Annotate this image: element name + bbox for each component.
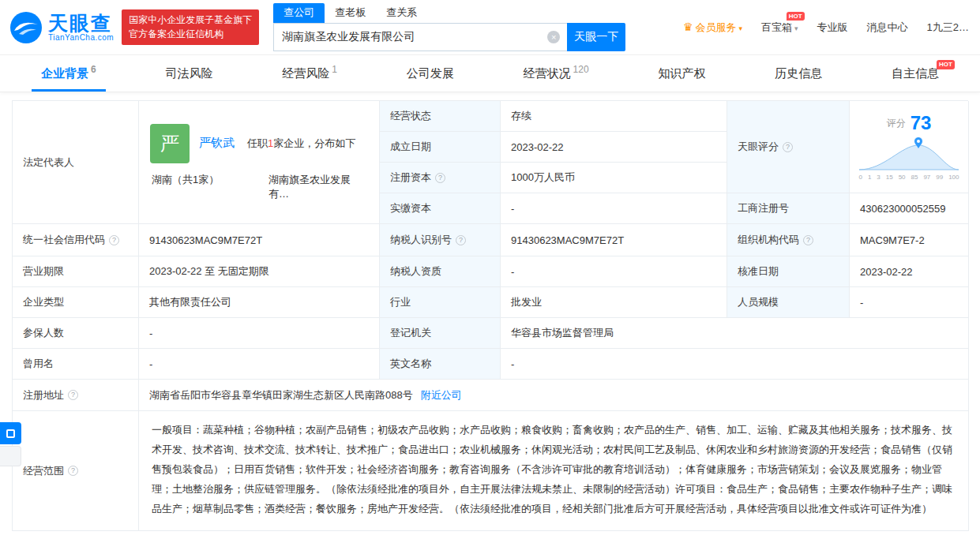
user-account[interactable]: 1九三2… bbox=[927, 21, 969, 35]
insured-count-value: - bbox=[139, 318, 380, 349]
tab-label: 历史信息 bbox=[775, 66, 822, 81]
info-icon[interactable]: ? bbox=[456, 235, 466, 245]
chevron-down-icon: ▾ bbox=[794, 24, 798, 32]
tab-operation-risk[interactable]: 经营风险1 bbox=[269, 55, 350, 92]
staff-size-label: 人员规模 bbox=[727, 287, 850, 318]
established-date-value: 2023-02-22 bbox=[501, 132, 727, 163]
tab-count: 120 bbox=[573, 64, 589, 75]
credit-code-value: 91430623MAC9M7E72T bbox=[139, 224, 380, 256]
message-center-link[interactable]: 消息中心 bbox=[867, 21, 908, 35]
search-tab-company[interactable]: 查公司 bbox=[273, 3, 325, 23]
credit-code-label: 统一社会信用代码? bbox=[13, 224, 139, 256]
info-icon[interactable]: ? bbox=[783, 142, 793, 152]
search-tabs: 查公司 查老板 查关系 bbox=[273, 3, 625, 23]
info-icon[interactable]: ? bbox=[435, 173, 445, 183]
tab-company-development[interactable]: 公司发展 bbox=[394, 55, 467, 92]
logo-text: 天眼查 bbox=[48, 13, 114, 33]
legal-rep-company-link[interactable]: 湖南旗圣农业发展有… bbox=[268, 173, 368, 201]
top-links: ♛会员服务▾ 百宝箱HOT▾ 专业版 消息中心 1九三2… bbox=[683, 21, 969, 35]
hot-badge: HOT bbox=[787, 12, 805, 21]
nearby-company-link[interactable]: 附近公司 bbox=[421, 388, 462, 402]
gov-certification-badge: 国家中小企业发展子基金旗下 官方备案企业征信机构 bbox=[122, 9, 259, 45]
search-tab-boss[interactable]: 查老板 bbox=[325, 3, 376, 23]
industry-label: 行业 bbox=[380, 287, 501, 318]
registered-address-value: 湖南省岳阳市华容县章华镇田家湖生态新区人民南路088号 附近公司 bbox=[139, 380, 969, 411]
search-input[interactable] bbox=[273, 23, 567, 51]
approval-date-label: 核准日期 bbox=[727, 256, 850, 287]
member-services-link[interactable]: ♛会员服务▾ bbox=[683, 21, 742, 35]
registration-number-label: 工商注册号 bbox=[727, 193, 850, 224]
business-term-label: 营业期限 bbox=[13, 256, 139, 287]
taxpayer-id-label: 纳税人识别号? bbox=[380, 224, 501, 256]
tab-history-info[interactable]: 历史信息 bbox=[762, 55, 835, 92]
company-type-value: 其他有限责任公司 bbox=[139, 287, 380, 318]
gov-badge-line1: 国家中小企业发展子基金旗下 bbox=[129, 13, 252, 27]
paid-capital-label: 实缴资本 bbox=[380, 193, 501, 224]
tab-operation-status[interactable]: 经营状况120 bbox=[511, 55, 602, 92]
tab-company-background[interactable]: 企业背景6 bbox=[28, 55, 109, 92]
member-services-label: 会员服务 bbox=[695, 21, 736, 33]
info-icon[interactable]: ? bbox=[803, 235, 813, 245]
logo[interactable]: 天眼查 TianYanCha.com bbox=[9, 11, 114, 44]
score-axis: 0131550859799100 bbox=[859, 174, 959, 181]
former-name-value: - bbox=[139, 349, 380, 380]
treasure-box-label: 百宝箱 bbox=[761, 21, 792, 33]
info-icon[interactable]: ? bbox=[109, 235, 119, 245]
tab-judicial-risk[interactable]: 司法风险 bbox=[152, 55, 225, 92]
taxpayer-id-value: 91430623MAC9M7E72T bbox=[501, 224, 727, 256]
company-type-label: 企业类型 bbox=[13, 287, 139, 318]
registration-number-value: 430623000052559 bbox=[850, 193, 969, 224]
tab-label: 司法风险 bbox=[165, 66, 212, 81]
english-name-value: - bbox=[501, 349, 969, 380]
search-tab-relation[interactable]: 查关系 bbox=[376, 3, 427, 23]
avatar[interactable]: 严 bbox=[150, 124, 190, 163]
business-term-value: 2023-02-22 至 无固定期限 bbox=[139, 256, 380, 287]
tab-label: 经营风险 bbox=[282, 66, 329, 81]
hot-badge: HOT bbox=[937, 60, 955, 69]
info-icon[interactable]: ? bbox=[68, 466, 78, 476]
legal-rep-label: 法定代表人 bbox=[13, 101, 139, 224]
score-bell-curve bbox=[858, 135, 960, 171]
registered-address-label: 注册地址? bbox=[13, 380, 139, 411]
registered-capital-value: 1000万人民币 bbox=[501, 163, 727, 193]
tab-label: 企业背景 bbox=[41, 66, 88, 81]
pro-version-link[interactable]: 专业版 bbox=[817, 21, 848, 35]
legal-rep-value: 严 严钦武 任职1家企业，分布如下 湖南（共1家） 湖南旗圣农业发展有… bbox=[139, 101, 380, 224]
business-scope-value: 一般项目：蔬菜种植；谷物种植；农副产品销售；初级农产品收购；水产品收购；粮食收购… bbox=[139, 411, 969, 531]
legal-rep-region: 湖南（共1家） bbox=[152, 173, 268, 201]
company-nav-tabs: 企业背景6 司法风险 经营风险1 公司发展 经营状况120 知识产权 历史信息 … bbox=[0, 55, 980, 92]
taxpayer-quality-value: - bbox=[501, 256, 727, 287]
business-scope-label: 经营范围? bbox=[13, 411, 139, 531]
tab-intellectual-property[interactable]: 知识产权 bbox=[645, 55, 718, 92]
feedback-widget-button[interactable] bbox=[0, 422, 21, 444]
tab-label: 经营状况 bbox=[524, 66, 571, 81]
former-name-label: 曾用名 bbox=[13, 349, 139, 380]
logo-text-block: 天眼查 TianYanCha.com bbox=[48, 13, 114, 42]
tab-label: 公司发展 bbox=[407, 66, 454, 81]
legal-rep-name-link[interactable]: 严钦武 bbox=[199, 136, 235, 151]
english-name-label: 英文名称 bbox=[380, 349, 501, 380]
tab-label: 自主信息 bbox=[892, 66, 939, 81]
score-value: 73 bbox=[911, 114, 932, 133]
taxpayer-quality-label: 纳税人资质 bbox=[380, 256, 501, 287]
side-float-widget bbox=[0, 422, 21, 466]
treasure-box-link[interactable]: 百宝箱HOT▾ bbox=[761, 21, 798, 35]
tianyancha-logo-icon bbox=[9, 11, 43, 44]
registry-authority-value: 华容县市场监督管理局 bbox=[501, 318, 969, 349]
tianyan-score-label: 天眼评分? bbox=[727, 101, 850, 193]
staff-size-value: - bbox=[850, 287, 969, 318]
org-code-label: 组织机构代码? bbox=[727, 224, 850, 256]
tab-self-info[interactable]: 自主信息HOT bbox=[879, 55, 952, 92]
side-widget-secondary-button[interactable] bbox=[0, 446, 21, 466]
tianyan-score-chart[interactable]: 评分 73 0131550859799100 bbox=[850, 101, 969, 193]
chevron-down-icon: ▾ bbox=[738, 24, 742, 32]
tianyancha-company-page: 天眼查 TianYanCha.com 国家中小企业发展子基金旗下 官方备案企业征… bbox=[0, 0, 980, 539]
legal-rep-role: 任职1家企业，分布如下 bbox=[247, 137, 355, 151]
paid-capital-value: - bbox=[501, 193, 727, 224]
info-icon[interactable]: ? bbox=[68, 390, 78, 400]
status-label: 经营状态 bbox=[380, 101, 501, 132]
status-value: 存续 bbox=[501, 101, 727, 132]
industry-value: 批发业 bbox=[501, 287, 727, 318]
header: 天眼查 TianYanCha.com 国家中小企业发展子基金旗下 官方备案企业征… bbox=[0, 0, 980, 55]
search-button[interactable]: 天眼一下 bbox=[567, 23, 625, 51]
